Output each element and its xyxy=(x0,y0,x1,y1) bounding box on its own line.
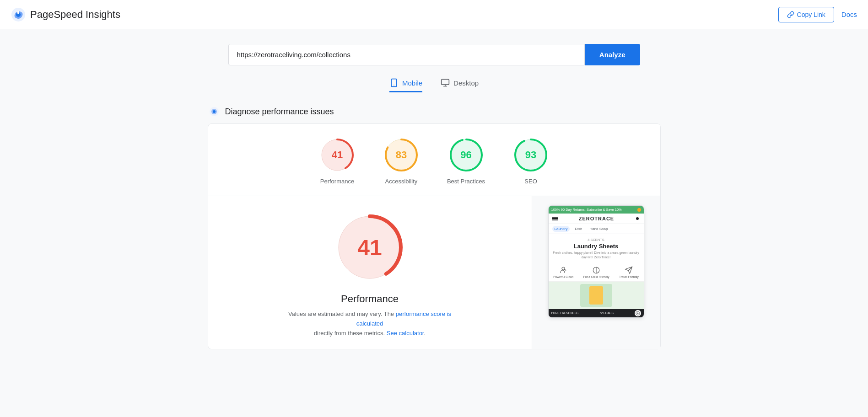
svg-point-10 xyxy=(213,110,216,113)
score-value-seo: 93 xyxy=(525,149,536,161)
analyze-button[interactable]: Analyze xyxy=(585,44,640,65)
header-left: PageSpeed Insights xyxy=(11,7,120,22)
desktop-icon xyxy=(441,78,450,87)
link-icon xyxy=(787,11,794,18)
lower-section: 41 Performance Values are estimated and … xyxy=(208,196,660,349)
url-input[interactable] xyxy=(228,44,585,65)
score-label-seo: SEO xyxy=(524,178,537,185)
score-value-best-practices: 96 xyxy=(460,149,471,161)
phone-icon-travel: Travel Friendly xyxy=(619,266,639,278)
phone-tab-handsoap: Hand Soap xyxy=(587,226,610,232)
phone-icon-powerful: Powerful Clean xyxy=(553,266,573,278)
score-item-accessibility[interactable]: 83 Accessibility xyxy=(383,137,420,185)
phone-top-bar: 100% 90 Day Returns. Subscribe & Save 10… xyxy=(549,206,644,214)
score-value-performance: 41 xyxy=(332,149,343,161)
phone-tab-dish: Dish xyxy=(572,226,584,232)
circle-seo: 93 xyxy=(512,137,549,173)
performance-note: Values are estimated and may vary. The p… xyxy=(287,310,452,338)
copy-link-button[interactable]: Copy Link xyxy=(778,7,834,22)
score-card: 41 Performance 83 Accessibility xyxy=(208,123,661,349)
circle-accessibility: 83 xyxy=(383,137,420,173)
svg-point-21 xyxy=(562,267,565,270)
svg-line-22 xyxy=(565,269,566,270)
copy-link-label: Copy Link xyxy=(797,11,825,18)
phone-nav-dot xyxy=(635,216,640,221)
circle-performance: 41 xyxy=(319,137,356,173)
score-item-best-practices[interactable]: 96 Best Practices xyxy=(447,137,485,185)
phone-icon-child: For a Child Friendly xyxy=(583,266,609,278)
phone-mockup: 100% 90 Day Returns. Subscribe & Save 10… xyxy=(548,205,644,318)
phone-load-count: 72 LOADS xyxy=(599,311,614,315)
header-right: Copy Link Docs xyxy=(778,7,857,22)
phone-hero: 4 SCENTS Laundry Sheets Fresh clothes, h… xyxy=(549,234,644,263)
phone-promo-text: 100% 90 Day Returns. Subscribe & Save 10… xyxy=(551,208,622,212)
big-score-value: 41 xyxy=(357,235,382,260)
mobile-icon xyxy=(389,78,399,87)
score-label-performance: Performance xyxy=(320,178,354,185)
phone-product-label: PURE FRESHNESS 72 LOADS xyxy=(549,309,644,317)
score-label-accessibility: Accessibility xyxy=(385,178,418,185)
big-circle-performance: 41 xyxy=(333,211,406,284)
diagnose-row: Diagnose performance issues xyxy=(208,105,661,118)
tab-mobile-label: Mobile xyxy=(402,79,422,87)
header: PageSpeed Insights Copy Link Docs xyxy=(0,0,868,29)
svg-rect-5 xyxy=(442,80,449,85)
phone-tab-laundry: Laundry xyxy=(552,226,570,232)
phone-nav: ZEROTRACE xyxy=(549,214,644,224)
app-title: PageSpeed Insights xyxy=(30,9,120,21)
tab-desktop-label: Desktop xyxy=(453,79,479,87)
phone-product-title: Laundry Sheets xyxy=(552,243,640,250)
pagespeed-logo-icon xyxy=(11,7,26,22)
performance-detail-title: Performance xyxy=(341,293,399,305)
device-tabs: Mobile Desktop xyxy=(389,78,479,92)
svg-rect-2 xyxy=(17,11,19,14)
diagnose-title: Diagnose performance issues xyxy=(225,107,334,117)
tab-desktop[interactable]: Desktop xyxy=(441,78,479,92)
phone-pure-freshness: PURE FRESHNESS xyxy=(551,311,579,315)
score-item-performance[interactable]: 41 Performance xyxy=(319,137,356,185)
phone-category-tabs: Laundry Dish Hand Soap xyxy=(549,224,644,234)
score-circles-row: 41 Performance 83 Accessibility xyxy=(208,137,660,196)
tab-mobile[interactable]: Mobile xyxy=(389,78,422,92)
url-bar-row: Analyze xyxy=(228,44,640,65)
main-content: Analyze Mobile Desktop xyxy=(0,29,868,349)
phone-n-scents: 4 SCENTS xyxy=(552,238,640,242)
screenshot-panel: 100% 90 Day Returns. Subscribe & Save 10… xyxy=(532,196,660,349)
docs-link[interactable]: Docs xyxy=(841,11,857,18)
score-item-seo[interactable]: 93 SEO xyxy=(512,137,549,185)
phone-product-desc: Fresh clothes, happy planet! Dive into a… xyxy=(552,251,640,260)
see-calculator-link[interactable]: See calculator xyxy=(387,330,424,337)
circle-best-practices: 96 xyxy=(448,137,485,173)
phone-icons-row: Powerful Clean For a Child Friendly Trav… xyxy=(549,263,644,282)
score-value-accessibility: 83 xyxy=(396,149,407,161)
diagnose-icon xyxy=(208,105,221,118)
performance-detail: 41 Performance Values are estimated and … xyxy=(208,196,532,349)
phone-product-image xyxy=(549,282,644,309)
score-label-best-practices: Best Practices xyxy=(447,178,485,185)
phone-brand: ZEROTRACE xyxy=(579,216,614,221)
